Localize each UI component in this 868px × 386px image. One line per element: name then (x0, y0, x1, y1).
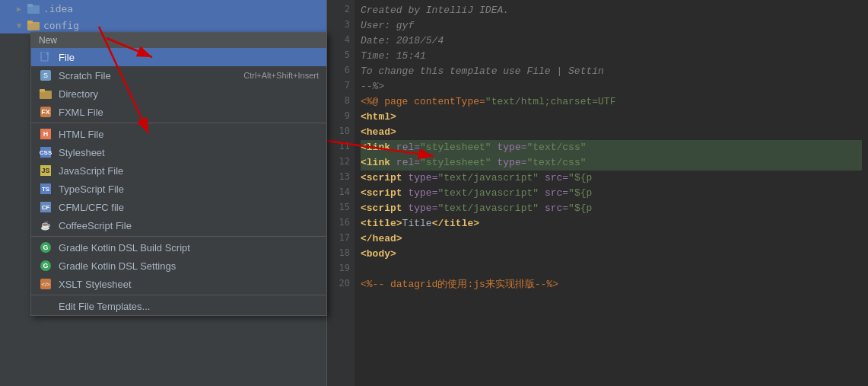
menu-label-coffee: CoffeeScript File (59, 220, 319, 231)
code-line-5: Time: 15:41 (361, 49, 862, 64)
menu-item-file[interactable]: File (31, 48, 326, 66)
code-line-8: <%@ page contentType="text/html;charset=… (361, 94, 862, 110)
menu-label-js: JavaScript File (59, 165, 319, 177)
menu-item-edit-templates[interactable]: Edit File Templates... (31, 297, 326, 315)
menu-item-gradle-settings[interactable]: G Gradle Kotlin DSL Settings (31, 257, 326, 275)
code-line-20: <%-- datagrid的使用:js来实现排版--%> (361, 277, 862, 292)
line-num-7: 7 (345, 78, 350, 93)
menu-item-html[interactable]: H HTML File (31, 125, 326, 143)
folder-icon-idea (27, 2, 40, 14)
scratch-icon: S (39, 69, 52, 82)
fxml-icon: FX (39, 105, 52, 119)
line-num-11: 11 (339, 139, 350, 154)
editor-gutter: 2 3 4 5 6 7 8 9 10 11 12 13 14 15 16 17 … (327, 0, 355, 386)
code-line-17: </head> (361, 231, 862, 247)
menu-label-html: HTML File (59, 129, 319, 140)
code-line-6: To change this template use File | Setti… (361, 64, 862, 79)
line-num-2: 2 (345, 2, 350, 17)
line-num-16: 16 (339, 215, 350, 230)
coffee-icon: ☕ (39, 219, 52, 232)
line-num-8: 8 (345, 93, 350, 108)
line-num-17: 17 (339, 230, 350, 245)
html-icon: H (39, 127, 52, 141)
sep1 (31, 123, 326, 123)
folder-icon-config (27, 19, 40, 31)
menu-item-fxml[interactable]: FX FXML File (31, 103, 326, 121)
code-line-11: <link rel="stylesheet" type="text/css" (361, 140, 862, 155)
menu-item-scratch[interactable]: S Scratch File Ctrl+Alt+Shift+Insert (31, 66, 326, 85)
menu-label-css: Stylesheet (59, 147, 319, 158)
code-line-2: Created by IntelliJ IDEA. (361, 3, 862, 18)
sep2 (31, 236, 326, 237)
svg-rect-3 (27, 21, 33, 24)
code-line-13: <script type="text/javascript" src="${p (361, 171, 862, 186)
xslt-icon: </> (39, 277, 52, 291)
tree-item-config[interactable]: ▼ config (0, 17, 326, 33)
sidebar: ▶ .idea ▼ config New File (0, 0, 327, 386)
code-line-16: <title>Title</title> (361, 216, 862, 231)
menu-item-gradle-kotlin[interactable]: G Gradle Kotlin DSL Build Script (31, 238, 326, 257)
edit-templates-icon (39, 299, 52, 313)
tree-label-idea: .idea (43, 3, 73, 14)
line-num-10: 10 (339, 123, 350, 139)
code-line-18: <body> (361, 247, 862, 262)
line-num-19: 19 (339, 260, 350, 276)
code-line-3: User: gyf (361, 18, 862, 33)
gradle-settings-icon: G (39, 259, 52, 273)
menu-label-ts: TypeScript File (59, 183, 319, 195)
menu-label-gradle-kotlin: Gradle Kotlin DSL Build Script (59, 242, 319, 254)
cf-icon: CF (39, 200, 52, 214)
line-num-20: 20 (339, 276, 350, 291)
menu-item-ts[interactable]: TS TypeScript File (31, 180, 326, 198)
menu-item-xslt[interactable]: </> XSLT Stylesheet (31, 275, 326, 293)
menu-item-coffee[interactable]: ☕ CoffeeScript File (31, 216, 326, 234)
menu-item-js[interactable]: JS JavaScript File (31, 161, 326, 180)
file-icon (39, 50, 52, 64)
line-num-3: 3 (345, 17, 350, 32)
editor: 2 3 4 5 6 7 8 9 10 11 12 13 14 15 16 17 … (327, 0, 868, 386)
dropdown-header: New (31, 33, 326, 48)
line-num-9: 9 (345, 108, 350, 123)
new-menu-dropdown: New File S Scratch File Ctrl+Alt+Shift+I… (30, 32, 327, 316)
code-line-12: <link rel="stylesheet" type="text/css" (361, 155, 862, 171)
editor-content: Created by IntelliJ IDEA. User: gyf Date… (355, 0, 868, 386)
svg-rect-6 (40, 89, 45, 92)
scratch-shortcut: Ctrl+Alt+Shift+Insert (243, 71, 319, 80)
line-num-18: 18 (339, 245, 350, 260)
code-line-4: Date: 2018/5/4 (361, 33, 862, 49)
line-num-6: 6 (345, 62, 350, 78)
menu-item-css[interactable]: CSS Stylesheet (31, 143, 326, 161)
tree-arrow-config: ▼ (17, 21, 27, 30)
code-line-19 (361, 262, 862, 277)
line-num-15: 15 (339, 199, 350, 215)
menu-label-directory: Directory (59, 88, 319, 100)
code-line-10: <head> (361, 125, 862, 140)
line-num-13: 13 (339, 169, 350, 184)
menu-label-file: File (59, 52, 319, 63)
tree-item-idea[interactable]: ▶ .idea (0, 0, 326, 17)
tree-arrow-idea: ▶ (17, 5, 27, 13)
css-icon: CSS (39, 145, 52, 159)
menu-item-cf[interactable]: CF CFML/CFC file (31, 198, 326, 216)
menu-label-scratch: Scratch File (59, 70, 228, 81)
line-num-4: 4 (345, 32, 350, 47)
tree-label-config: config (43, 20, 79, 31)
menu-label-gradle-settings: Gradle Kotlin DSL Settings (59, 260, 319, 272)
svg-rect-1 (27, 4, 33, 7)
menu-item-directory[interactable]: Directory (31, 85, 326, 103)
menu-label-xslt: XSLT Stylesheet (59, 279, 319, 290)
line-num-12: 12 (339, 154, 350, 169)
sep3 (31, 295, 326, 295)
line-num-14: 14 (339, 184, 350, 199)
line-num-5: 5 (345, 47, 350, 62)
js-icon: JS (39, 164, 52, 177)
menu-label-cf: CFML/CFC file (59, 202, 319, 213)
code-line-14: <script type="text/javascript" src="${p (361, 186, 862, 201)
gradle-kotlin-icon: G (39, 241, 52, 254)
directory-icon (39, 87, 52, 100)
code-line-9: <html> (361, 110, 862, 125)
code-line-7: --%> (361, 79, 862, 94)
menu-label-fxml: FXML File (59, 107, 319, 118)
code-line-15: <script type="text/javascript" src="${p (361, 201, 862, 216)
menu-label-edit-templates: Edit File Templates... (59, 301, 319, 312)
